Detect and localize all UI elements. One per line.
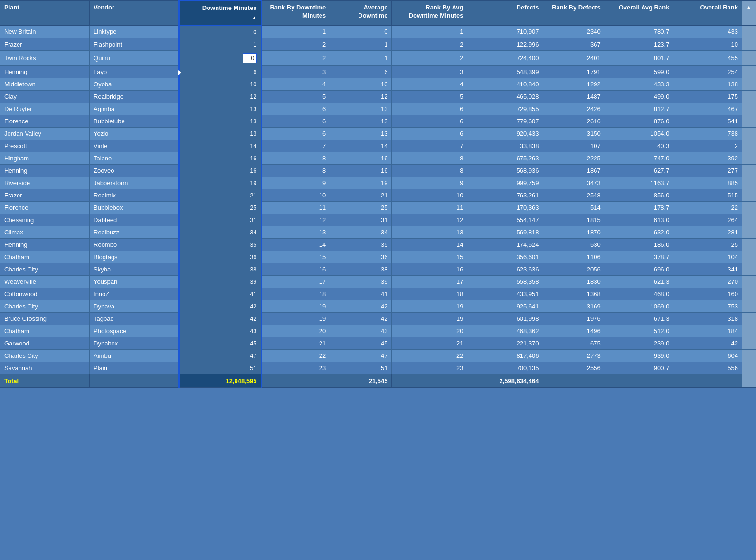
cell-rank-defects: 2616 [543, 115, 605, 127]
col-header-vendor[interactable]: Vendor [90, 1, 179, 26]
cell-avg-downtime: 39 [330, 275, 392, 288]
cell-overall-rank: 433 [673, 25, 742, 38]
cell-downtime-min[interactable]: 16 [179, 152, 262, 164]
cell-downtime-min[interactable]: 1 [179, 38, 262, 50]
cell-downtime-min[interactable]: 19 [179, 177, 262, 189]
table-row: Prescott Vinte 14 7 14 7 33,838 107 40.3… [0, 140, 756, 152]
col-header-overall-rank[interactable]: Overall Rank [673, 1, 742, 26]
sort-asc-icon: ▲ [252, 14, 257, 21]
col-header-downtime-min[interactable]: Downtime Minutes ▲ [179, 1, 262, 26]
cell-defects: 558,358 [467, 275, 543, 288]
scrollbar-header: ▲ [742, 1, 756, 26]
cell-avg-downtime: 35 [330, 238, 392, 251]
col-header-rank-downtime[interactable]: Rank By Downtime Minutes [261, 1, 330, 26]
cell-downtime-min[interactable]: 51 [179, 362, 262, 374]
cell-overall-rank: 264 [673, 214, 742, 226]
cell-rank-downtime: 4 [261, 78, 330, 90]
cell-downtime-min[interactable]: 13 [179, 115, 262, 127]
cell-rank-avg: 20 [392, 325, 467, 337]
cell-downtime-min[interactable]: 41 [179, 288, 262, 300]
table-row: Frazer Flashpoint 1 2 1 2 122,996 367 12… [0, 38, 756, 50]
cell-downtime-min[interactable]: 25 [179, 201, 262, 214]
cell-vendor: Realmix [90, 189, 179, 201]
cell-downtime-min[interactable]: 31 [179, 214, 262, 226]
cell-overall-avg: 632.0 [605, 226, 673, 238]
scrollbar-cell [742, 90, 756, 103]
table-row: Chesaning Dabfeed 31 12 31 12 554,147 18… [0, 214, 756, 226]
cell-rank-avg: 17 [392, 275, 467, 288]
cell-overall-avg: 239.0 [605, 337, 673, 349]
col-header-rank-avg[interactable]: Rank By Avg Downtime Minutes [392, 1, 467, 26]
cell-rank-downtime: 3 [261, 65, 330, 78]
cell-rank-downtime: 13 [261, 226, 330, 238]
cell-downtime-min[interactable]: 10 [179, 78, 262, 90]
cell-rank-downtime: 12 [261, 214, 330, 226]
cell-downtime-min[interactable]: 42 [179, 300, 262, 312]
cell-downtime-min[interactable]: 13 [179, 103, 262, 115]
col-header-defects[interactable]: Defects [467, 1, 543, 26]
scrollbar-cell [742, 38, 756, 50]
cell-downtime-min[interactable]: 6 [179, 65, 262, 78]
scrollbar-cell [742, 103, 756, 115]
cell-downtime-min[interactable]: 47 [179, 349, 262, 362]
cell-downtime-min[interactable]: 43 [179, 325, 262, 337]
cell-plant: Frazer [0, 38, 90, 50]
cell-rank-avg: 10 [392, 189, 467, 201]
cell-vendor: Youspan [90, 275, 179, 288]
cell-downtime-min[interactable]: 42 [179, 312, 262, 325]
col-header-avg-downtime[interactable]: Average Downtime [330, 1, 392, 26]
cell-avg-downtime: 14 [330, 140, 392, 152]
cell-defects: 999,759 [467, 177, 543, 189]
cell-downtime-min[interactable]: 39 [179, 275, 262, 288]
scrollbar-cell [742, 115, 756, 127]
col-header-rank-defects[interactable]: Rank By Defects [543, 1, 605, 26]
cell-rank-downtime: 9 [261, 177, 330, 189]
table-row: Twin Rocks Quinu 0 2 1 2 724,400 2401 80… [0, 50, 756, 65]
cell-rank-avg: 16 [392, 263, 467, 275]
cell-overall-avg: 123.7 [605, 38, 673, 50]
cell-plant: Charles City [0, 300, 90, 312]
cell-vendor: Roombo [90, 238, 179, 251]
cell-overall-avg: 780.7 [605, 25, 673, 38]
cell-rank-downtime: 18 [261, 288, 330, 300]
cell-downtime-min[interactable]: 14 [179, 140, 262, 152]
cell-plant: Clay [0, 90, 90, 103]
scrollbar-cell [742, 312, 756, 325]
cell-rank-downtime: 16 [261, 263, 330, 275]
cell-vendor: Photospace [90, 325, 179, 337]
cell-avg-downtime: 10 [330, 78, 392, 90]
cell-rank-downtime: 19 [261, 312, 330, 325]
cell-downtime-min[interactable]: 45 [179, 337, 262, 349]
col-header-overall-avg[interactable]: Overall Avg Rank [605, 1, 673, 26]
scrollbar-cell [742, 140, 756, 152]
cell-plant: Twin Rocks [0, 50, 90, 65]
cell-rank-defects: 1496 [543, 325, 605, 337]
scrollbar-cell [742, 349, 756, 362]
table-row: Cottonwood InnoZ 41 18 41 18 433,951 136… [0, 288, 756, 300]
cell-plant: Florence [0, 115, 90, 127]
col-header-plant[interactable]: Plant [0, 1, 90, 26]
cell-plant: Chesaning [0, 214, 90, 226]
cell-avg-downtime: 13 [330, 103, 392, 115]
cell-rank-defects: 2340 [543, 25, 605, 38]
cell-vendor: Dynabox [90, 337, 179, 349]
cell-downtime-min[interactable]: 21 [179, 189, 262, 201]
cell-rank-avg: 2 [392, 38, 467, 50]
cell-overall-rank: 604 [673, 349, 742, 362]
cell-downtime-min[interactable]: 13 [179, 127, 262, 140]
cell-downtime-min[interactable]: 38 [179, 263, 262, 275]
cell-downtime-min[interactable]: 36 [179, 251, 262, 263]
total-downtime-min: 12,948,595 [179, 374, 262, 387]
cell-downtime-min[interactable]: 35 [179, 238, 262, 251]
cell-downtime-min[interactable]: 12 [179, 90, 262, 103]
cell-avg-downtime: 36 [330, 251, 392, 263]
cell-rank-avg: 11 [392, 201, 467, 214]
cell-downtime-min[interactable]: 16 [179, 164, 262, 177]
cell-downtime-min[interactable]: 0 [179, 50, 262, 65]
cell-overall-rank: 541 [673, 115, 742, 127]
cell-rank-avg: 5 [392, 90, 467, 103]
cell-downtime-min[interactable]: 0 [179, 25, 262, 38]
cell-overall-rank: 175 [673, 90, 742, 103]
cell-overall-avg: 512.0 [605, 325, 673, 337]
cell-downtime-min[interactable]: 34 [179, 226, 262, 238]
